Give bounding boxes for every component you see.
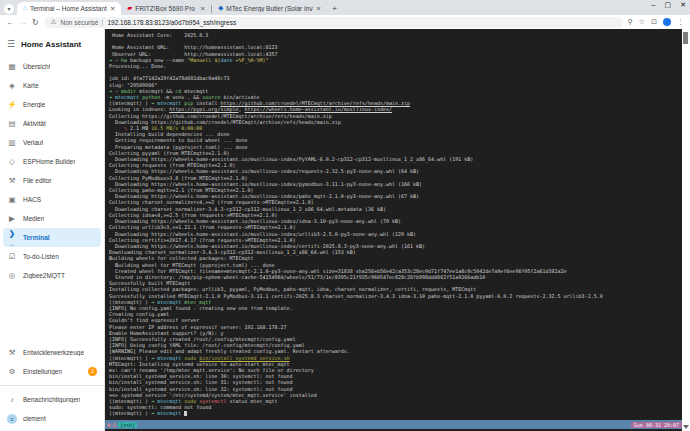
terminal-output: Home Assistant Core: 2025.8.3 Home Assis… [109,32,682,417]
sidebar-user-profile[interactable]: c clement [3,409,101,428]
sidebar-item-aktivitaet[interactable]: ▤Aktivität [3,114,101,133]
uebersicht-icon: ▦ [7,62,17,71]
sidebar-nav: ▦Übersicht◈Karte⚡Energie▤Aktivität▥Verla… [0,57,104,285]
scroll-corner-icon [683,425,689,429]
sidebar-item-label: Karte [23,82,39,89]
sidebar-item-label: Energie [23,101,45,108]
sidebar-item-entwicklerwerkzeuge[interactable]: ⚒Entwicklerwerkzeuge [3,343,101,362]
tabs-container: ⌂Terminal – Home Assistant✕▰FRITZ!Box 56… [17,2,327,15]
sidebar-item-esphome-builder[interactable]: ◇ESPHome Builder [3,152,101,171]
omnibox-divider [102,19,103,26]
browser-toolbar: ← → ↻ ⚠ Non sécurisé 192.168.178.83:8123… [0,15,690,29]
einstellungen-icon: ⚙ [7,367,17,376]
sidebar-item-label: Medien [23,215,44,222]
home-assistant-app: ☰ Home Assistant ▦Übersicht◈Karte⚡Energi… [0,29,690,431]
sidebar-item-zigbee2mqtt[interactable]: ◎Zigbee2MQTT [3,266,101,285]
scrollbar-thumb[interactable] [683,32,688,44]
sidebar: ☰ Home Assistant ▦Übersicht◈Karte⚡Energi… [0,29,105,431]
browser-tab[interactable]: ⌂Terminal – Home Assistant✕ [17,2,121,15]
sidebar-divider [0,385,104,386]
forward-icon[interactable]: → [19,18,27,27]
tmux-status-bar: 0:1 [zsh] Sun 08-31 20:07 [105,420,682,429]
close-button[interactable]: ✕ [680,1,686,9]
sidebar-item-label: Einstellungen [23,368,62,375]
window-controls: – ▢ ✕ [652,1,686,9]
tmux-window-name: [zsh] [118,422,137,428]
new-tab-button[interactable]: + [332,4,337,13]
sidebar-item-medien[interactable]: ▶Medien [3,209,101,228]
tab-close-icon[interactable]: ✕ [200,5,205,13]
scrollbar-track[interactable] [682,29,690,431]
notifications-label: Benachrichtigungen [23,396,80,403]
user-avatar: c [7,414,17,424]
warning-icon: ⚠ [51,18,57,26]
verlauf-icon: ▥ [7,138,17,147]
sidebar-item-karte[interactable]: ◈Karte [3,76,101,95]
hacs-icon: ▣ [7,195,17,204]
sidebar-item-uebersicht[interactable]: ▦Übersicht [3,57,101,76]
entwicklerwerkzeuge-icon: ⚒ [7,348,17,357]
file-editor-icon: ⚒ [7,176,17,185]
tab-title: MTec Energy Butler (Solar Inv [226,5,312,12]
tab-title: Terminal – Home Assistant [30,5,107,12]
mtec-favicon-icon: ◆ [218,5,223,12]
tab-close-icon[interactable]: ✕ [316,5,321,13]
maximize-button[interactable]: ▢ [665,1,672,9]
browser-tab[interactable]: ▰FRITZ!Box 5690 Pro✕ [121,2,211,15]
fritzbox-favicon-icon: ▰ [127,5,132,12]
terminal-line: ((mtecmqtt) ) ➜ mtecmqtt [109,410,682,416]
aktivitaet-icon: ▤ [7,119,17,128]
url-text[interactable]: 192.168.178.83:8123/a0d7b954_ssh/ingress [107,19,236,26]
minimize-button[interactable]: – [652,1,656,9]
sidebar-item-einstellungen[interactable]: ⚙Einstellungen2 [3,362,101,381]
sidebar-item-verlauf[interactable]: ▥Verlauf [3,133,101,152]
terminal-screen[interactable]: Home Assistant Core: 2025.8.3 Home Assis… [105,29,682,431]
sidebar-item-label: Zigbee2MQTT [23,272,65,279]
extensions-icon[interactable]: ⊡ [651,18,657,26]
sidebar-item-label: HACS [23,196,41,203]
user-name: clement [23,415,46,422]
sidebar-item-terminal[interactable]: ❯_Terminal [3,228,101,247]
app-title: Home Assistant [21,40,81,49]
browser-menu-icon[interactable]: ⋮ [677,18,684,26]
back-icon[interactable]: ← [6,18,14,27]
terminal-icon: ❯_ [7,229,17,247]
sidebar-bottom-nav: ⚒Entwicklerwerkzeuge⚙Einstellungen2 [0,343,104,381]
security-label[interactable]: Non sécurisé [61,19,99,26]
tab-close-icon[interactable]: ✕ [110,5,115,13]
energie-icon: ⚡ [7,100,17,109]
toolbar-right-icons: ⚲ ☆ ⊡ ⋮ [628,18,684,26]
browser-profile-avatar[interactable] [663,18,671,26]
tab-title: FRITZ!Box 5690 Pro [135,5,197,12]
hamburger-menu-icon[interactable]: ☰ [7,39,15,49]
tab-search-button[interactable]: ▾ [4,4,14,14]
sidebar-item-benachrichtigungen[interactable]: ♪ Benachrichtigungen [3,390,101,409]
sidebar-item-label: Terminal [23,234,50,241]
sidebar-item-label: ESPHome Builder [23,158,75,165]
sidebar-item-label: Entwicklerwerkzeuge [23,349,84,356]
sidebar-item-label: Aktivität [23,120,46,127]
sidebar-item-label: File editor [23,177,52,184]
sidebar-item-hacs[interactable]: ▣HACS [3,190,101,209]
tmux-session-index: 0:1 [105,422,118,428]
zigbee2mqtt-icon: ◎ [7,271,17,280]
esphome-builder-icon: ◇ [7,157,17,166]
sidebar-item-label: Übersicht [23,63,50,70]
sidebar-item-todo-listen[interactable]: ☑To-do-Listen [3,247,101,266]
sidebar-item-label: Verlauf [23,139,43,146]
browser-tab[interactable]: ◆MTec Energy Butler (Solar Inv✕ [212,2,327,15]
password-key-icon[interactable]: ⚲ [628,18,633,26]
reload-icon[interactable]: ↻ [32,18,39,27]
address-bar[interactable]: ⚠ Non sécurisé 192.168.178.83:8123/a0d7b… [44,17,623,28]
sidebar-item-label: To-do-Listen [23,253,59,260]
medien-icon: ▶ [7,214,17,223]
home-assistant-favicon-icon: ⌂ [23,5,27,12]
settings-badge: 2 [88,367,97,376]
bookmark-star-icon[interactable]: ☆ [639,18,645,26]
sidebar-item-file-editor[interactable]: ⚒File editor [3,171,101,190]
terminal-panel: Home Assistant Core: 2025.8.3 Home Assis… [105,29,690,431]
todo-listen-icon: ☑ [7,252,17,261]
sidebar-item-energie[interactable]: ⚡Energie [3,95,101,114]
karte-icon: ◈ [7,81,17,90]
tmux-clock: Sun 08-31 20:07 [631,422,682,428]
